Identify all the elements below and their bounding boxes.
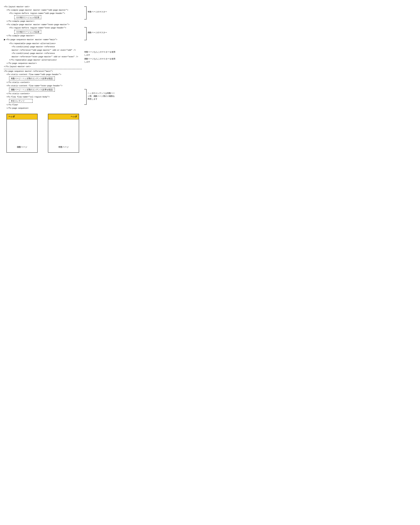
code-line-5: </fo:simple-page-master> (4, 20, 82, 23)
body-content-box: 本文コンテンツ (9, 99, 33, 103)
code-line-7: <fo:region-before region-name="even-page… (4, 26, 82, 30)
main-diagram: <fo:layout-master-set> <fo:simple-page-m… (4, 5, 115, 153)
code-line-20: <fo:static-content flow-name="odd-page-h… (4, 73, 82, 76)
odd-header-box: 奇数ページ・ヘッダ用のコンテンツ(右寄せ指定) (9, 76, 55, 80)
even-master-label: 偶数ページのマスター (86, 27, 107, 34)
odd-page-header-bar: ヘッダ (48, 114, 79, 120)
code-line-23: <fo:static-content flow-name="even-page-… (4, 84, 82, 88)
even-page-diagram: ヘッダ 偶数ページ (7, 114, 38, 153)
code-line-3: <fo:region-before region-name="odd-page-… (4, 12, 82, 15)
code-line-11: <fo:repeatable-page-master-alternatives> (4, 42, 82, 45)
even-header-box: 偶数ページ・ヘッダ用のコンテンツ(左寄せ指定) (9, 88, 55, 92)
odd-ref-label: 奇数ページならこのマスターを使用します (84, 51, 115, 56)
even-ref-label: 偶数ページならこのマスターを使用します (84, 57, 115, 63)
odd-master-bracket (84, 7, 86, 19)
code-line-25: </fo:static-content> (4, 92, 82, 95)
odd-page-label: 奇数ページ (48, 146, 79, 149)
code-line-26: <fo:flow flow-name="xsl-region-body"> (4, 95, 82, 99)
odd-master-label: 奇数ページのマスター (86, 7, 107, 13)
even-page-header-bar: ヘッダ (7, 114, 37, 120)
code-line-14: <fo:conditional-page-master-reference (4, 52, 82, 55)
code-line-15: master-reference="even-page-master" odd-… (4, 55, 82, 59)
header-note-label: ヘッダのコンテンツは奇数ページ用、偶数ページ用の２種類を用意します (86, 89, 115, 101)
code-line-29: </fo:page-sequence> (4, 107, 82, 110)
code-line-6: <fo:simple-page-master master-name="even… (4, 23, 82, 27)
code-section: <fo:layout-master-set> <fo:simple-page-m… (4, 5, 82, 110)
code-line-10: <fo:page-sequence-master master-name="ma… (6, 38, 57, 41)
odd-page-diagram: ヘッダ 奇数ページ (48, 114, 79, 153)
even-region-box: その他のリージョンの記述 (14, 30, 41, 34)
code-line-9: </fo:simple-page-master> (4, 34, 82, 38)
page-diagrams: ヘッダ 偶数ページ ヘッダ 奇数ページ (4, 114, 115, 153)
code-line-19: <fo:page-sequence master-reference="main… (4, 70, 82, 73)
code-line-18: </fo:layout-master-set> (4, 65, 82, 68)
even-master-bracket (84, 27, 86, 40)
code-line-13: master-reference="odd-page-master" odd-o… (4, 49, 82, 52)
code-line-1: <fo:layout-master-set> (4, 5, 82, 9)
header-bracket (84, 89, 86, 105)
code-line-16: </fo:repeatable-page-master-alternatives… (4, 58, 82, 62)
even-page-label: 偶数ページ (7, 146, 37, 149)
code-line-12: <fo:conditional-page-master-reference (4, 45, 82, 49)
odd-region-box: その他のリージョンの記述 (14, 15, 41, 19)
code-line-2: <fo:simple-page-master master-name="odd-… (4, 9, 82, 12)
code-line-28: </fo:flow> (4, 103, 82, 107)
code-line-17: </fo:page-sequence-master> (4, 62, 82, 65)
annotations-column: 奇数ページのマスター 偶数ページのマスター 奇数ページならこのマスターを使用しま… (82, 5, 115, 105)
code-line-22: </fo:static-content> (4, 81, 82, 84)
